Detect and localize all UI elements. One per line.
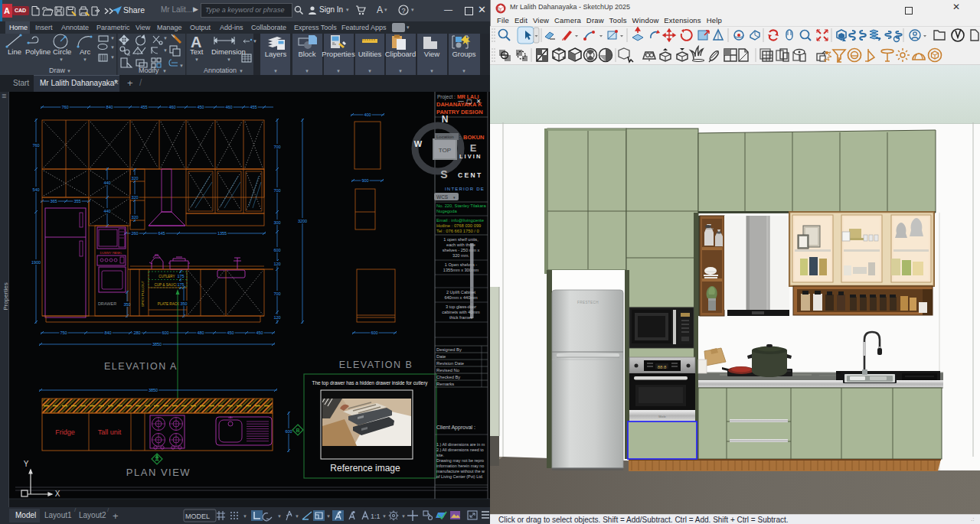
svg-text:Layout1: Layout1 [44, 511, 72, 519]
svg-text:▼: ▼ [163, 48, 168, 53]
svg-text:Circle: Circle [53, 47, 71, 56]
svg-text:840: 840 [104, 330, 111, 335]
svg-text:B: B [296, 428, 299, 433]
svg-text:700: 700 [273, 291, 280, 296]
svg-text:CUP & SAUCE: CUP & SAUCE [154, 283, 178, 287]
svg-text:Tel : 076 663 1750 / 0: Tel : 076 663 1750 / 0 [436, 229, 479, 233]
svg-text:W: W [414, 139, 423, 148]
svg-text:350: 350 [123, 302, 130, 307]
svg-text:3850: 3850 [152, 342, 162, 347]
svg-text:460: 460 [168, 105, 175, 109]
svg-text:▼: ▼ [253, 39, 257, 44]
svg-text:Remarks: Remarks [436, 382, 454, 386]
svg-text:120: 120 [273, 262, 280, 266]
svg-text:DRAWER: DRAWER [98, 301, 116, 306]
svg-text:700: 700 [273, 145, 280, 149]
svg-text:320 mm.: 320 mm. [452, 253, 469, 258]
svg-text:Model: Model [15, 511, 36, 519]
svg-text:Tall unit: Tall unit [98, 428, 122, 436]
svg-text:DUMMY PANEL: DUMMY PANEL [100, 251, 123, 255]
svg-text:manufacture without the w: manufacture without the w [436, 469, 485, 474]
svg-text:WCS: WCS [436, 194, 449, 200]
svg-text:▼: ▼ [67, 69, 71, 73]
svg-text:ELEVATION B: ELEVATION B [339, 360, 413, 370]
svg-text:Fridge: Fridge [55, 428, 75, 436]
svg-text:Line: Line [8, 47, 21, 56]
svg-text:View: View [424, 50, 440, 58]
svg-text:▼: ▼ [277, 514, 282, 519]
svg-text:2 Uplift Cabinet: 2 Uplift Cabinet [446, 290, 476, 295]
svg-text:Layers: Layers [265, 50, 287, 58]
svg-text:The top drawer has a hidden dr: The top drawer has a hidden drawer insid… [312, 380, 429, 386]
svg-text:Groups: Groups [452, 50, 475, 58]
svg-text:1 open shelf units,: 1 open shelf units, [443, 237, 479, 242]
svg-text:540: 540 [32, 187, 39, 192]
svg-text:3200: 3200 [298, 219, 307, 223]
svg-text:information herein may no: information herein may no [436, 464, 484, 468]
svg-text:Block: Block [298, 50, 315, 58]
svg-text:440: 440 [103, 209, 110, 213]
svg-text:Draw: Draw [49, 67, 66, 74]
svg-text:1.) All dimensions are in m: 1.) All dimensions are in m [436, 442, 485, 447]
svg-text:Utilities: Utilities [358, 50, 382, 58]
svg-text:Dimension: Dimension [211, 47, 246, 56]
svg-text:▼: ▼ [239, 69, 243, 73]
svg-text:ELEVATION A: ELEVATION A [104, 361, 178, 372]
svg-text:120: 120 [273, 315, 280, 320]
svg-text:760: 760 [61, 105, 68, 109]
svg-text:C E N T: C E N T [458, 171, 482, 179]
svg-text:Email : info@livingcente: Email : info@livingcente [436, 218, 484, 223]
svg-text:S: S [440, 168, 447, 181]
svg-text:Layout2: Layout2 [79, 511, 106, 519]
svg-text:+: + [113, 510, 119, 522]
svg-text:Drawing may not be repro: Drawing may not be repro [436, 458, 484, 463]
svg-text:▢: ▢ [466, 98, 472, 105]
svg-text:355: 355 [74, 199, 80, 203]
svg-text:Project :: Project : [437, 94, 456, 100]
svg-text:450: 450 [256, 330, 263, 335]
svg-text:400: 400 [364, 112, 371, 117]
svg-text:600: 600 [273, 248, 280, 252]
svg-text:Nugegoda: Nugegoda [436, 209, 458, 213]
svg-text:▼: ▼ [336, 69, 341, 73]
svg-text:▼: ▼ [110, 36, 115, 41]
svg-text:▼: ▼ [382, 514, 387, 519]
svg-text:320: 320 [131, 176, 138, 181]
svg-text:E: E [470, 142, 477, 154]
svg-text:site.: site. [436, 453, 444, 457]
svg-text:3850: 3850 [149, 388, 158, 392]
svg-text:3 top glass-door: 3 top glass-door [446, 304, 476, 309]
svg-text:Designed By: Designed By [436, 347, 462, 352]
svg-text:1355: 1355 [217, 231, 227, 236]
svg-text:X: X [55, 490, 60, 498]
svg-text:cabinets with 40mm: cabinets with 40mm [442, 310, 480, 314]
svg-text:640mm x 440mm: 640mm x 440mm [444, 295, 478, 300]
svg-text:Date: Date [436, 354, 446, 359]
svg-text:Revised No: Revised No [436, 368, 459, 373]
svg-text:600: 600 [371, 330, 377, 335]
svg-text:▼: ▼ [398, 69, 403, 73]
svg-text:260: 260 [131, 231, 138, 236]
svg-text:Modify: Modify [139, 67, 159, 74]
svg-text:460: 460 [225, 105, 232, 109]
svg-text:Revision Date: Revision Date [436, 361, 464, 366]
svg-text:No. 220, Stanley Tilakara: No. 220, Stanley Tilakara [436, 203, 487, 208]
svg-text:Location: Location [436, 135, 454, 139]
svg-text:2.) All dimensions need to: 2.) All dimensions need to [436, 448, 484, 452]
svg-text:Properties: Properties [322, 50, 355, 58]
svg-text:750: 750 [60, 330, 67, 335]
svg-text:▼: ▼ [401, 514, 406, 519]
svg-text:PLAN VIEW: PLAN VIEW [126, 467, 191, 478]
svg-text:760: 760 [32, 143, 39, 148]
svg-text:300: 300 [273, 220, 280, 225]
svg-text:Reference image: Reference image [330, 463, 400, 474]
svg-text:175: 175 [177, 282, 184, 287]
svg-text:450: 450 [197, 105, 204, 109]
svg-text:320: 320 [131, 195, 138, 200]
svg-text:▼: ▼ [194, 57, 199, 62]
svg-text:700: 700 [273, 188, 280, 193]
svg-text:▼: ▼ [243, 514, 247, 519]
svg-text:▼: ▼ [110, 45, 115, 50]
svg-text:840: 840 [106, 105, 113, 109]
svg-text:600: 600 [285, 429, 292, 434]
